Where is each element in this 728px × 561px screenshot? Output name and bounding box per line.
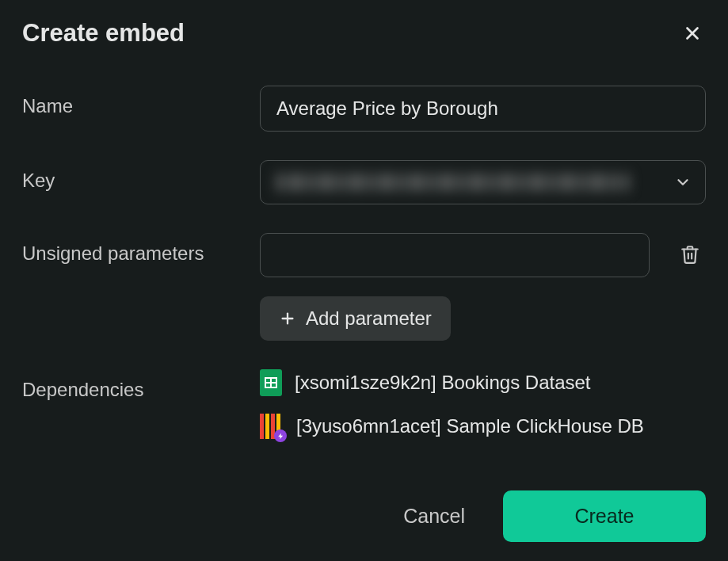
dependency-text: [xsomi1sze9k2n] Bookings Dataset	[295, 372, 591, 394]
trash-icon	[680, 244, 700, 265]
dependencies-label: Dependencies	[22, 369, 260, 401]
unsigned-param-input[interactable]	[260, 233, 650, 277]
dependency-item: [3yuso6mn1acet] Sample ClickHouse DB	[260, 414, 706, 439]
key-select-wrapper	[260, 160, 706, 204]
key-select[interactable]	[260, 160, 706, 204]
name-input[interactable]	[260, 86, 706, 132]
dependency-item: [xsomi1sze9k2n] Bookings Dataset	[260, 369, 706, 396]
create-button[interactable]: Create	[503, 490, 706, 542]
cancel-button[interactable]: Cancel	[403, 505, 465, 528]
close-button[interactable]	[679, 20, 706, 47]
dependencies-row: Dependencies [xsomi1sze9k2n] Bookings Da…	[22, 369, 706, 439]
add-parameter-label: Add parameter	[306, 307, 432, 330]
key-label: Key	[22, 160, 260, 192]
name-label: Name	[22, 86, 260, 117]
form-body: Name Key Unsigned parameters	[22, 86, 706, 490]
modal-title: Create embed	[22, 19, 185, 48]
sheets-icon	[260, 369, 282, 396]
create-embed-modal: Create embed Name Key	[0, 0, 728, 561]
close-icon	[682, 23, 703, 44]
key-row: Key	[22, 160, 706, 204]
unsigned-params-row: Unsigned parameters	[22, 233, 706, 341]
dependency-text: [3yuso6mn1acet] Sample ClickHouse DB	[296, 415, 644, 437]
key-redacted-value	[276, 174, 628, 191]
unsigned-params-label: Unsigned parameters	[22, 233, 260, 265]
bolt-icon	[277, 433, 284, 440]
plus-icon	[279, 310, 296, 327]
modal-header: Create embed	[22, 19, 706, 48]
clickhouse-icon	[260, 414, 284, 439]
name-row: Name	[22, 86, 706, 132]
delete-param-button[interactable]	[677, 241, 703, 270]
add-parameter-button[interactable]: Add parameter	[260, 296, 451, 341]
param-input-row	[260, 233, 706, 277]
modal-footer: Cancel Create	[22, 490, 706, 542]
dependencies-list: [xsomi1sze9k2n] Bookings Dataset [3yuso6…	[260, 369, 706, 439]
